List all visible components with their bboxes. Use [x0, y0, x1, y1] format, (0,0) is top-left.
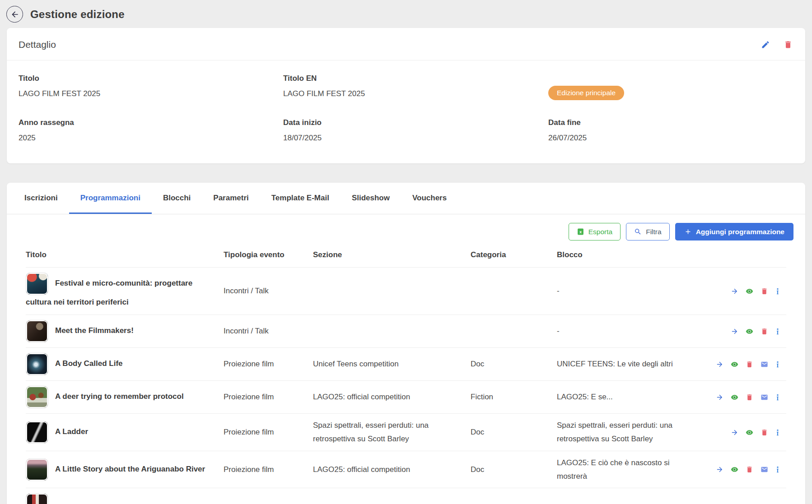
row-title: A deer trying to remember protocol [55, 393, 184, 401]
row-actions [705, 361, 786, 368]
programmazioni-card: IscrizioniProgrammazioniBlocchiParametri… [7, 183, 805, 504]
tab-vouchers[interactable]: Vouchers [401, 183, 458, 214]
col-sezione: Sezione [313, 250, 471, 259]
eye-icon[interactable] [746, 287, 753, 295]
table-row: A deer trying to remember protocol Proie… [26, 381, 786, 414]
eye-icon[interactable] [746, 429, 753, 436]
row-block: - [557, 324, 705, 338]
trash-icon[interactable] [746, 466, 753, 473]
trash-icon[interactable] [761, 287, 768, 295]
row-type: Incontri / Talk [224, 324, 313, 338]
badge-cell: Edizione principale [548, 74, 793, 100]
table-row: Meet the Filmmakers! Incontri / Talk - [26, 315, 786, 348]
row-title-cell: Meet the Filmmakers! [26, 320, 224, 342]
tab-blocchi[interactable]: Blocchi [152, 183, 202, 214]
row-title: Festival e micro-comunità: progettare cu… [26, 279, 192, 306]
info-icon[interactable] [775, 393, 780, 401]
row-type: Proiezione film [224, 390, 313, 404]
row-title: A Little Story about the Ariguanabo Rive… [55, 465, 205, 473]
detail-fields: Titolo LAGO FILM FEST 2025 Titolo EN LAG… [7, 60, 805, 163]
filter-button[interactable]: Filtra [626, 223, 669, 240]
delete-icon[interactable] [784, 40, 793, 49]
plus-icon [684, 228, 692, 236]
main-edition-badge: Edizione principale [548, 86, 624, 100]
mail-icon[interactable] [761, 393, 768, 401]
table-row: Festival e micro-comunità: progettare cu… [26, 268, 786, 315]
excel-file-icon: x [577, 228, 584, 236]
row-actions [705, 429, 786, 436]
row-title: A Body Called Life [55, 360, 123, 368]
col-blocco: Blocco [557, 250, 705, 259]
eye-icon[interactable] [731, 393, 738, 401]
page-header: Gestione edizione [0, 0, 812, 28]
row-title-cell: Festival e micro-comunità: progettare cu… [26, 273, 224, 310]
table-header: Titolo Tipologia evento Sezione Categori… [26, 240, 786, 268]
row-thumbnail [26, 493, 48, 504]
tab-bar: IscrizioniProgrammazioniBlocchiParametri… [7, 183, 805, 214]
eye-icon[interactable] [731, 361, 738, 368]
trash-icon[interactable] [761, 429, 768, 436]
info-icon[interactable] [775, 361, 780, 368]
eye-icon[interactable] [731, 466, 738, 473]
row-category: Doc [471, 463, 557, 476]
info-icon[interactable] [775, 287, 780, 295]
table-row: A Body Called Life Proiezione film Unice… [26, 348, 786, 381]
row-section: LAGO25: official competition [313, 463, 471, 476]
field-data-fine: Data fine 26/07/2025 [548, 118, 793, 143]
tab-template-e-mail[interactable]: Template E-Mail [260, 183, 341, 214]
row-title-cell: A Little Story about the Ariguanabo Rive… [26, 458, 224, 481]
add-programmazione-button[interactable]: Aggiungi programmazione [675, 223, 793, 240]
col-tipologia: Tipologia evento [224, 250, 313, 259]
info-icon[interactable] [775, 429, 780, 436]
row-type: Proiezione film [224, 463, 313, 476]
open-arrow-icon[interactable] [731, 287, 738, 295]
trash-icon[interactable] [746, 361, 753, 368]
page-title: Gestione edizione [30, 8, 125, 21]
row-block: UNICEF TEENS: Le vite degli altri [557, 357, 705, 371]
eye-icon[interactable] [746, 328, 753, 335]
row-type: Incontri / Talk [224, 284, 313, 298]
table-row: A Little Story about the Ariguanabo Rive… [26, 451, 786, 489]
row-title-cell: A Ladder [26, 421, 224, 444]
open-arrow-icon[interactable] [731, 429, 738, 436]
back-button[interactable] [6, 6, 23, 23]
tab-programmazioni[interactable]: Programmazioni [69, 183, 152, 214]
open-arrow-icon[interactable] [716, 466, 723, 473]
trash-icon[interactable] [761, 328, 768, 335]
trash-icon[interactable] [746, 393, 753, 401]
row-thumbnail [26, 421, 48, 444]
tab-iscrizioni[interactable]: Iscrizioni [13, 183, 69, 214]
info-icon[interactable] [775, 328, 780, 335]
table-row [26, 488, 786, 504]
mail-icon[interactable] [761, 466, 768, 473]
detail-card: Dettaglio Titolo LAGO FILM FEST 2025 Tit… [7, 28, 805, 163]
row-actions [705, 393, 786, 401]
table-toolbar: x Esporta Filtra Aggiungi programmazione [7, 214, 805, 240]
detail-card-header: Dettaglio [7, 28, 805, 60]
open-arrow-icon[interactable] [731, 328, 738, 335]
open-arrow-icon[interactable] [716, 361, 723, 368]
svg-text:x: x [579, 230, 582, 234]
row-title-cell [26, 493, 224, 504]
arrow-left-icon [10, 10, 19, 19]
table-body: Festival e micro-comunità: progettare cu… [26, 268, 786, 504]
table-row: A Ladder Proiezione film Spazi spettrali… [26, 414, 786, 451]
row-thumbnail [26, 320, 48, 342]
open-arrow-icon[interactable] [716, 393, 723, 401]
row-title-cell: A deer trying to remember protocol [26, 386, 224, 408]
row-actions [705, 287, 786, 295]
export-button[interactable]: x Esporta [569, 223, 621, 240]
tab-parametri[interactable]: Parametri [202, 183, 260, 214]
row-actions [705, 466, 786, 473]
info-icon[interactable] [775, 466, 780, 473]
row-thumbnail [26, 353, 48, 375]
row-title: A Ladder [55, 428, 88, 436]
row-category: Doc [471, 357, 557, 371]
mail-icon[interactable] [761, 361, 768, 368]
search-icon [634, 228, 642, 236]
tab-slideshow[interactable]: Slideshow [341, 183, 401, 214]
edit-icon[interactable] [761, 40, 770, 49]
row-thumbnail [26, 458, 48, 481]
row-title-cell: A Body Called Life [26, 353, 224, 375]
field-titolo: Titolo LAGO FILM FEST 2025 [19, 74, 283, 100]
